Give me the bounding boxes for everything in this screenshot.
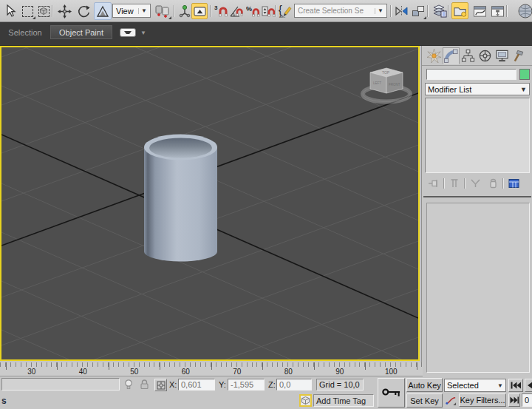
motion-icon: [478, 49, 492, 63]
ribbon-options-caret[interactable]: ▼: [140, 30, 146, 36]
tab-motion[interactable]: [477, 47, 494, 64]
align-button[interactable]: [409, 2, 427, 20]
modifier-list-label: Modifier List: [428, 85, 471, 94]
graphite-modeling-tools-toggle[interactable]: [451, 2, 468, 19]
minimize-ribbon-button[interactable]: [120, 28, 136, 37]
command-panel: Modifier List ▼: [421, 46, 532, 379]
ruler-numbers: 30405060708090100: [6, 368, 417, 376]
schematic-view-icon: [491, 5, 505, 18]
schematic-view-button[interactable]: [488, 2, 506, 20]
current-frame-field[interactable]: 0: [522, 393, 532, 407]
tab-selection[interactable]: Selection: [3, 25, 47, 39]
key-icon: [381, 386, 401, 399]
tab-hierarchy[interactable]: [460, 47, 477, 64]
x-coordinate-field[interactable]: 0,601: [178, 379, 215, 391]
modifier-stack-list[interactable]: [425, 98, 530, 173]
select-and-scale-button[interactable]: [94, 2, 112, 20]
mirror-button[interactable]: [392, 2, 410, 20]
key-mode-value: Selected: [447, 381, 479, 390]
tab-object-paint[interactable]: Object Paint: [50, 25, 112, 39]
coordinate-system-value: View: [116, 7, 134, 16]
viewcube[interactable]: TOP LEFT FRONT: [363, 68, 410, 102]
z-coordinate-field[interactable]: 0,0: [276, 379, 312, 391]
x-label: X:: [169, 380, 177, 389]
named-selection-sets-dropdown[interactable]: Create Selection Se ▼: [294, 4, 387, 18]
material-editor-button[interactable]: [516, 2, 532, 20]
y-coordinate-field[interactable]: -1,595: [228, 379, 265, 391]
keyboard-shortcut-override-toggle[interactable]: [191, 3, 208, 19]
select-and-rotate-button[interactable]: [75, 2, 92, 20]
reference-coordinate-system-dropdown[interactable]: View ▼: [112, 4, 151, 18]
tube-object[interactable]: [144, 135, 217, 262]
transform-type-in-toggle[interactable]: [154, 379, 167, 391]
key-mode-dropdown[interactable]: Selected ▼: [444, 379, 506, 392]
tab-utilities[interactable]: [511, 47, 528, 64]
make-unique-icon: [470, 178, 481, 189]
remove-modifier-button[interactable]: [485, 177, 500, 190]
select-object-button[interactable]: [1, 2, 19, 20]
add-time-tag[interactable]: Add Time Tag: [313, 394, 374, 407]
pin-stack-button[interactable]: [426, 177, 441, 190]
ruler-number: 70: [211, 368, 263, 376]
auto-key-button[interactable]: Auto Key: [406, 378, 443, 392]
prompt-line[interactable]: [1, 378, 120, 391]
stack-separator: [443, 178, 445, 189]
set-keys-button[interactable]: [378, 378, 405, 408]
tab-display[interactable]: [494, 47, 511, 64]
viewcube-front-label[interactable]: FRONT: [389, 83, 400, 87]
viewcube-left-label[interactable]: LEFT: [373, 81, 381, 85]
y-value: -1,595: [228, 379, 256, 391]
angle-snap-toggle-button[interactable]: [228, 2, 245, 20]
mirror-icon: [395, 5, 409, 17]
use-pivot-point-center-button[interactable]: [152, 2, 172, 20]
grid-size-display: Grid = 10,0: [316, 379, 364, 391]
show-end-result-button[interactable]: [447, 177, 462, 190]
viewport-perspective[interactable]: TOP LEFT FRONT: [0, 46, 420, 361]
x-value: 0,601: [179, 379, 204, 391]
cursor-icon: [4, 4, 16, 18]
track-bar[interactable]: 30405060708090100: [0, 362, 423, 376]
configure-modifier-sets-button[interactable]: [506, 177, 521, 190]
make-unique-button[interactable]: [468, 177, 482, 190]
key-filters-button[interactable]: Key Filters...: [459, 393, 506, 407]
material-sphere-icon: [517, 3, 532, 19]
tab-create[interactable]: [426, 47, 443, 64]
ribbon: Selection Object Paint ▼: [0, 22, 532, 46]
minimize-ribbon-icon: [124, 31, 132, 34]
previous-frame-button[interactable]: [525, 379, 532, 392]
spinner-snap-magnet-icon: [262, 4, 276, 18]
adaptive-degradation-toggle[interactable]: [299, 394, 312, 407]
edit-named-selection-sets-button[interactable]: { ABC: [277, 2, 295, 20]
display-icon: [495, 49, 509, 63]
rotate-icon: [77, 4, 91, 18]
absolute-mode-icon: [157, 381, 166, 390]
select-and-move-button[interactable]: [55, 2, 73, 20]
tangent-curve-icon: [446, 395, 457, 406]
curve-editor-button[interactable]: [471, 2, 488, 20]
object-color-swatch[interactable]: [519, 69, 530, 80]
object-name-field[interactable]: [426, 69, 516, 80]
manage-layers-button[interactable]: [431, 2, 449, 20]
chevron-down-icon: ▼: [375, 8, 385, 14]
grid-size-value: Grid = 10,0: [317, 379, 362, 391]
dashed-rectangle-icon: [22, 6, 33, 17]
modify-icon: [444, 49, 458, 63]
key-mode-toggle[interactable]: [508, 393, 520, 407]
frame-value: 0: [522, 394, 531, 406]
stack-separator: [502, 178, 504, 189]
scale-icon: [96, 4, 109, 18]
tab-modify[interactable]: [443, 47, 460, 64]
ruler-number: 30: [6, 368, 58, 376]
selection-lock-toggle[interactable]: [139, 379, 150, 391]
window-crossing-button[interactable]: [35, 2, 52, 20]
go-to-start-button[interactable]: [508, 379, 523, 392]
selection-region-button[interactable]: [18, 2, 36, 20]
default-tangents-button[interactable]: [444, 393, 457, 407]
isolate-selection-toggle[interactable]: [123, 379, 134, 391]
chevron-down-icon: ▼: [497, 382, 503, 389]
hierarchy-icon: [461, 49, 475, 63]
align-icon: [412, 5, 425, 17]
viewcube-top-label[interactable]: TOP: [382, 70, 390, 75]
modifier-list-dropdown[interactable]: Modifier List ▼: [425, 83, 530, 95]
set-key-button[interactable]: Set Key: [406, 393, 443, 408]
